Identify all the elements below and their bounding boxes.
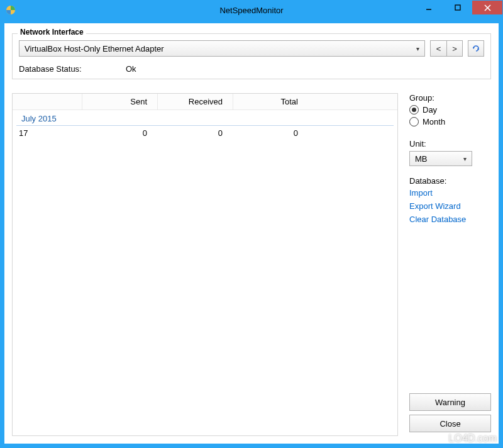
close-window-button[interactable] <box>472 1 502 14</box>
unit-label: Unit: <box>409 139 491 148</box>
svg-rect-2 <box>455 5 460 10</box>
clear-database-link[interactable]: Clear Database <box>409 215 491 224</box>
column-total[interactable]: Total <box>233 94 308 110</box>
warning-button[interactable]: Warning <box>409 393 491 411</box>
refresh-button[interactable] <box>468 40 484 57</box>
radio-day-label: Day <box>423 105 437 115</box>
window-content: Network Interface VirtualBox Host-Only E… <box>1 20 502 447</box>
table-row[interactable]: 17 0 0 0 <box>13 126 397 140</box>
interface-selected-value: VirtualBox Host-Only Ethernet Adapter <box>25 44 164 53</box>
radio-icon <box>409 105 419 115</box>
database-label: Database: <box>409 176 491 186</box>
window-controls <box>414 1 502 20</box>
radio-icon <box>409 117 419 126</box>
minimize-button[interactable] <box>414 1 443 14</box>
export-wizard-link[interactable]: Export Wizard <box>409 201 491 211</box>
network-interface-group: Network Interface VirtualBox Host-Only E… <box>12 33 491 79</box>
unit-dropdown[interactable]: MB ▾ <box>409 151 472 166</box>
database-status-label: Database Status: <box>19 64 126 74</box>
cell-day: 17 <box>13 128 82 138</box>
radio-day[interactable]: Day <box>409 105 491 115</box>
prev-interface-button[interactable]: < <box>430 40 446 57</box>
chevron-down-icon: ▾ <box>416 45 419 52</box>
next-interface-button[interactable]: > <box>446 40 463 57</box>
chevron-down-icon: ▾ <box>463 155 467 162</box>
table-header-row: Sent Received Total <box>13 94 397 110</box>
unit-selected-value: MB <box>415 154 428 164</box>
side-panel: Group: Day Month Unit: MB ▾ Database: Im… <box>409 93 491 436</box>
traffic-table: Sent Received Total July 2015 17 0 0 0 <box>12 93 398 436</box>
interface-dropdown[interactable]: VirtualBox Host-Only Ethernet Adapter ▾ <box>19 40 425 57</box>
titlebar: NetSpeedMonitor <box>1 1 502 20</box>
column-received[interactable]: Received <box>157 94 233 110</box>
month-group-header: July 2015 <box>16 110 394 126</box>
network-interface-legend: Network Interface <box>18 28 86 36</box>
application-window: NetSpeedMonitor Network Interface Virtua… <box>0 0 503 448</box>
group-label: Group: <box>409 93 491 103</box>
cell-sent: 0 <box>82 128 157 138</box>
radio-month-label: Month <box>423 117 445 126</box>
database-status-value: Ok <box>126 64 136 74</box>
close-button[interactable]: Close <box>409 415 491 432</box>
app-icon <box>6 5 16 15</box>
cell-received: 0 <box>157 128 233 138</box>
import-link[interactable]: Import <box>409 188 491 198</box>
radio-month[interactable]: Month <box>409 117 491 126</box>
cell-total: 0 <box>233 128 308 138</box>
column-sent[interactable]: Sent <box>82 94 157 110</box>
maximize-button[interactable] <box>443 1 472 14</box>
